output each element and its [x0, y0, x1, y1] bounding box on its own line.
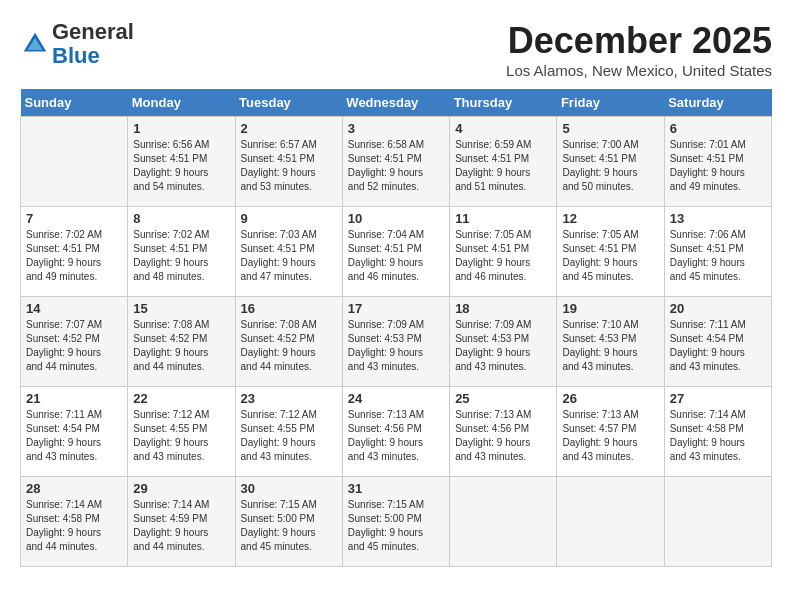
calendar-cell: 21Sunrise: 7:11 AM Sunset: 4:54 PM Dayli… — [21, 387, 128, 477]
day-number: 26 — [562, 391, 658, 406]
day-info: Sunrise: 7:13 AM Sunset: 4:57 PM Dayligh… — [562, 408, 658, 464]
day-info: Sunrise: 7:00 AM Sunset: 4:51 PM Dayligh… — [562, 138, 658, 194]
day-number: 15 — [133, 301, 229, 316]
calendar-cell: 30Sunrise: 7:15 AM Sunset: 5:00 PM Dayli… — [235, 477, 342, 567]
day-info: Sunrise: 7:08 AM Sunset: 4:52 PM Dayligh… — [241, 318, 337, 374]
day-info: Sunrise: 7:02 AM Sunset: 4:51 PM Dayligh… — [26, 228, 122, 284]
day-number: 8 — [133, 211, 229, 226]
day-number: 4 — [455, 121, 551, 136]
day-number: 11 — [455, 211, 551, 226]
day-info: Sunrise: 7:13 AM Sunset: 4:56 PM Dayligh… — [455, 408, 551, 464]
title-block: December 2025 Los Alamos, New Mexico, Un… — [506, 20, 772, 79]
calendar-cell: 26Sunrise: 7:13 AM Sunset: 4:57 PM Dayli… — [557, 387, 664, 477]
calendar-week-4: 21Sunrise: 7:11 AM Sunset: 4:54 PM Dayli… — [21, 387, 772, 477]
calendar-cell — [21, 117, 128, 207]
day-number: 19 — [562, 301, 658, 316]
calendar-cell: 15Sunrise: 7:08 AM Sunset: 4:52 PM Dayli… — [128, 297, 235, 387]
day-number: 1 — [133, 121, 229, 136]
day-info: Sunrise: 7:11 AM Sunset: 4:54 PM Dayligh… — [26, 408, 122, 464]
weekday-row: SundayMondayTuesdayWednesdayThursdayFrid… — [21, 89, 772, 117]
day-number: 17 — [348, 301, 444, 316]
calendar-cell: 11Sunrise: 7:05 AM Sunset: 4:51 PM Dayli… — [450, 207, 557, 297]
calendar-cell: 14Sunrise: 7:07 AM Sunset: 4:52 PM Dayli… — [21, 297, 128, 387]
day-number: 24 — [348, 391, 444, 406]
weekday-header-monday: Monday — [128, 89, 235, 117]
day-number: 6 — [670, 121, 766, 136]
day-number: 29 — [133, 481, 229, 496]
calendar-cell: 19Sunrise: 7:10 AM Sunset: 4:53 PM Dayli… — [557, 297, 664, 387]
logo-general-text: General — [52, 19, 134, 44]
calendar-cell: 17Sunrise: 7:09 AM Sunset: 4:53 PM Dayli… — [342, 297, 449, 387]
logo-text: General Blue — [52, 20, 134, 68]
day-number: 18 — [455, 301, 551, 316]
day-info: Sunrise: 7:02 AM Sunset: 4:51 PM Dayligh… — [133, 228, 229, 284]
day-info: Sunrise: 7:01 AM Sunset: 4:51 PM Dayligh… — [670, 138, 766, 194]
calendar-cell: 29Sunrise: 7:14 AM Sunset: 4:59 PM Dayli… — [128, 477, 235, 567]
day-info: Sunrise: 6:56 AM Sunset: 4:51 PM Dayligh… — [133, 138, 229, 194]
day-info: Sunrise: 7:10 AM Sunset: 4:53 PM Dayligh… — [562, 318, 658, 374]
day-info: Sunrise: 7:15 AM Sunset: 5:00 PM Dayligh… — [348, 498, 444, 554]
calendar-cell: 18Sunrise: 7:09 AM Sunset: 4:53 PM Dayli… — [450, 297, 557, 387]
calendar-cell: 12Sunrise: 7:05 AM Sunset: 4:51 PM Dayli… — [557, 207, 664, 297]
day-info: Sunrise: 7:09 AM Sunset: 4:53 PM Dayligh… — [348, 318, 444, 374]
weekday-header-wednesday: Wednesday — [342, 89, 449, 117]
calendar-cell: 28Sunrise: 7:14 AM Sunset: 4:58 PM Dayli… — [21, 477, 128, 567]
calendar-week-5: 28Sunrise: 7:14 AM Sunset: 4:58 PM Dayli… — [21, 477, 772, 567]
day-info: Sunrise: 7:15 AM Sunset: 5:00 PM Dayligh… — [241, 498, 337, 554]
day-number: 22 — [133, 391, 229, 406]
calendar-cell: 3Sunrise: 6:58 AM Sunset: 4:51 PM Daylig… — [342, 117, 449, 207]
day-info: Sunrise: 7:13 AM Sunset: 4:56 PM Dayligh… — [348, 408, 444, 464]
day-number: 3 — [348, 121, 444, 136]
day-number: 31 — [348, 481, 444, 496]
calendar-cell: 1Sunrise: 6:56 AM Sunset: 4:51 PM Daylig… — [128, 117, 235, 207]
day-info: Sunrise: 7:03 AM Sunset: 4:51 PM Dayligh… — [241, 228, 337, 284]
day-number: 21 — [26, 391, 122, 406]
day-info: Sunrise: 7:12 AM Sunset: 4:55 PM Dayligh… — [133, 408, 229, 464]
day-number: 28 — [26, 481, 122, 496]
calendar-cell: 27Sunrise: 7:14 AM Sunset: 4:58 PM Dayli… — [664, 387, 771, 477]
calendar-cell: 24Sunrise: 7:13 AM Sunset: 4:56 PM Dayli… — [342, 387, 449, 477]
day-info: Sunrise: 7:06 AM Sunset: 4:51 PM Dayligh… — [670, 228, 766, 284]
calendar-table: SundayMondayTuesdayWednesdayThursdayFrid… — [20, 89, 772, 567]
calendar-cell: 25Sunrise: 7:13 AM Sunset: 4:56 PM Dayli… — [450, 387, 557, 477]
calendar-cell: 6Sunrise: 7:01 AM Sunset: 4:51 PM Daylig… — [664, 117, 771, 207]
calendar-body: 1Sunrise: 6:56 AM Sunset: 4:51 PM Daylig… — [21, 117, 772, 567]
weekday-header-sunday: Sunday — [21, 89, 128, 117]
calendar-cell: 8Sunrise: 7:02 AM Sunset: 4:51 PM Daylig… — [128, 207, 235, 297]
calendar-cell — [557, 477, 664, 567]
weekday-header-friday: Friday — [557, 89, 664, 117]
day-info: Sunrise: 7:09 AM Sunset: 4:53 PM Dayligh… — [455, 318, 551, 374]
calendar-week-1: 1Sunrise: 6:56 AM Sunset: 4:51 PM Daylig… — [21, 117, 772, 207]
day-number: 13 — [670, 211, 766, 226]
day-info: Sunrise: 7:04 AM Sunset: 4:51 PM Dayligh… — [348, 228, 444, 284]
calendar-cell: 10Sunrise: 7:04 AM Sunset: 4:51 PM Dayli… — [342, 207, 449, 297]
day-info: Sunrise: 7:11 AM Sunset: 4:54 PM Dayligh… — [670, 318, 766, 374]
calendar-cell: 31Sunrise: 7:15 AM Sunset: 5:00 PM Dayli… — [342, 477, 449, 567]
day-info: Sunrise: 7:07 AM Sunset: 4:52 PM Dayligh… — [26, 318, 122, 374]
weekday-header-thursday: Thursday — [450, 89, 557, 117]
day-number: 7 — [26, 211, 122, 226]
calendar-cell — [664, 477, 771, 567]
day-info: Sunrise: 6:59 AM Sunset: 4:51 PM Dayligh… — [455, 138, 551, 194]
day-info: Sunrise: 7:14 AM Sunset: 4:59 PM Dayligh… — [133, 498, 229, 554]
calendar-cell: 7Sunrise: 7:02 AM Sunset: 4:51 PM Daylig… — [21, 207, 128, 297]
calendar-cell: 16Sunrise: 7:08 AM Sunset: 4:52 PM Dayli… — [235, 297, 342, 387]
weekday-header-saturday: Saturday — [664, 89, 771, 117]
calendar-cell: 4Sunrise: 6:59 AM Sunset: 4:51 PM Daylig… — [450, 117, 557, 207]
weekday-header-tuesday: Tuesday — [235, 89, 342, 117]
calendar-cell: 5Sunrise: 7:00 AM Sunset: 4:51 PM Daylig… — [557, 117, 664, 207]
day-info: Sunrise: 7:12 AM Sunset: 4:55 PM Dayligh… — [241, 408, 337, 464]
day-info: Sunrise: 7:14 AM Sunset: 4:58 PM Dayligh… — [670, 408, 766, 464]
day-number: 16 — [241, 301, 337, 316]
calendar-cell: 20Sunrise: 7:11 AM Sunset: 4:54 PM Dayli… — [664, 297, 771, 387]
day-number: 2 — [241, 121, 337, 136]
day-info: Sunrise: 6:57 AM Sunset: 4:51 PM Dayligh… — [241, 138, 337, 194]
day-number: 20 — [670, 301, 766, 316]
day-number: 23 — [241, 391, 337, 406]
day-number: 10 — [348, 211, 444, 226]
day-number: 5 — [562, 121, 658, 136]
day-number: 27 — [670, 391, 766, 406]
day-info: Sunrise: 6:58 AM Sunset: 4:51 PM Dayligh… — [348, 138, 444, 194]
calendar-cell: 9Sunrise: 7:03 AM Sunset: 4:51 PM Daylig… — [235, 207, 342, 297]
calendar-cell: 13Sunrise: 7:06 AM Sunset: 4:51 PM Dayli… — [664, 207, 771, 297]
